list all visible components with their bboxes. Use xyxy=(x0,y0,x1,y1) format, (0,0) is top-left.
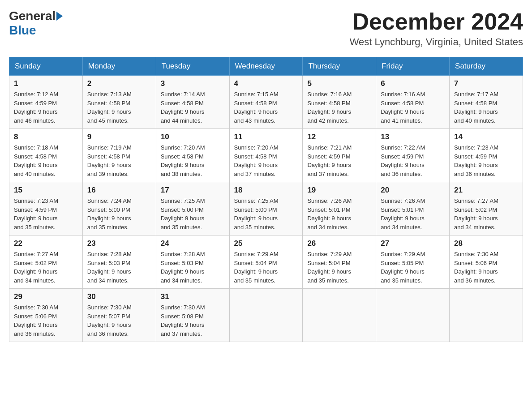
day-info: Sunrise: 7:12 AM Sunset: 4:59 PM Dayligh… xyxy=(14,90,78,125)
day-info: Sunrise: 7:27 AM Sunset: 5:02 PM Dayligh… xyxy=(14,250,78,285)
day-info: Sunrise: 7:28 AM Sunset: 5:03 PM Dayligh… xyxy=(87,250,151,285)
day-info: Sunrise: 7:19 AM Sunset: 4:58 PM Dayligh… xyxy=(87,143,151,178)
calendar-cell: 17 Sunrise: 7:25 AM Sunset: 5:00 PM Dayl… xyxy=(156,182,229,235)
calendar-cell: 26 Sunrise: 7:29 AM Sunset: 5:04 PM Dayl… xyxy=(303,235,376,289)
day-number: 2 xyxy=(87,79,151,88)
day-info: Sunrise: 7:16 AM Sunset: 4:58 PM Dayligh… xyxy=(307,90,371,125)
day-info: Sunrise: 7:16 AM Sunset: 4:58 PM Dayligh… xyxy=(381,90,445,125)
calendar-cell: 1 Sunrise: 7:12 AM Sunset: 4:59 PM Dayli… xyxy=(9,76,83,129)
calendar-cell: 28 Sunrise: 7:30 AM Sunset: 5:06 PM Dayl… xyxy=(450,235,523,289)
day-info: Sunrise: 7:21 AM Sunset: 4:59 PM Dayligh… xyxy=(307,143,371,178)
calendar-cell: 27 Sunrise: 7:29 AM Sunset: 5:05 PM Dayl… xyxy=(376,235,450,289)
day-number: 22 xyxy=(14,239,78,248)
calendar-cell: 13 Sunrise: 7:22 AM Sunset: 4:59 PM Dayl… xyxy=(376,129,450,182)
day-number: 9 xyxy=(87,133,151,141)
calendar-cell: 10 Sunrise: 7:20 AM Sunset: 4:58 PM Dayl… xyxy=(156,129,229,182)
day-number: 27 xyxy=(381,239,445,248)
day-number: 11 xyxy=(234,133,298,141)
calendar-cell: 30 Sunrise: 7:30 AM Sunset: 5:07 PM Dayl… xyxy=(82,289,156,342)
calendar-cell: 16 Sunrise: 7:24 AM Sunset: 5:00 PM Dayl… xyxy=(82,182,156,235)
day-info: Sunrise: 7:20 AM Sunset: 4:58 PM Dayligh… xyxy=(161,143,225,178)
day-info: Sunrise: 7:17 AM Sunset: 4:58 PM Dayligh… xyxy=(454,90,518,125)
weekday-header-wednesday: Wednesday xyxy=(229,57,303,76)
month-year-title: December 2024 xyxy=(350,9,523,34)
calendar-cell: 29 Sunrise: 7:30 AM Sunset: 5:06 PM Dayl… xyxy=(9,289,83,342)
day-number: 19 xyxy=(307,186,371,195)
calendar-week-row: 8 Sunrise: 7:18 AM Sunset: 4:58 PM Dayli… xyxy=(9,129,523,182)
day-number: 20 xyxy=(381,186,445,195)
calendar-week-row: 15 Sunrise: 7:23 AM Sunset: 4:59 PM Dayl… xyxy=(9,182,523,235)
day-number: 18 xyxy=(234,186,298,195)
weekday-header-row: SundayMondayTuesdayWednesdayThursdayFrid… xyxy=(9,57,523,76)
day-number: 31 xyxy=(161,292,225,301)
title-section: December 2024 West Lynchburg, Virginia, … xyxy=(350,9,523,48)
day-info: Sunrise: 7:25 AM Sunset: 5:00 PM Dayligh… xyxy=(161,197,225,231)
day-number: 4 xyxy=(234,79,298,88)
day-info: Sunrise: 7:30 AM Sunset: 5:06 PM Dayligh… xyxy=(454,250,518,285)
calendar-cell: 5 Sunrise: 7:16 AM Sunset: 4:58 PM Dayli… xyxy=(303,76,376,129)
calendar-week-row: 1 Sunrise: 7:12 AM Sunset: 4:59 PM Dayli… xyxy=(9,76,523,129)
weekday-header-sunday: Sunday xyxy=(9,57,83,76)
calendar-cell: 8 Sunrise: 7:18 AM Sunset: 4:58 PM Dayli… xyxy=(9,129,83,182)
day-info: Sunrise: 7:14 AM Sunset: 4:58 PM Dayligh… xyxy=(161,90,225,125)
day-info: Sunrise: 7:22 AM Sunset: 4:59 PM Dayligh… xyxy=(381,143,445,178)
calendar-cell: 7 Sunrise: 7:17 AM Sunset: 4:58 PM Dayli… xyxy=(450,76,523,129)
calendar-cell: 11 Sunrise: 7:20 AM Sunset: 4:58 PM Dayl… xyxy=(229,129,303,182)
day-number: 10 xyxy=(161,133,225,141)
day-number: 7 xyxy=(454,79,518,88)
day-info: Sunrise: 7:18 AM Sunset: 4:58 PM Dayligh… xyxy=(14,143,78,178)
day-info: Sunrise: 7:25 AM Sunset: 5:00 PM Dayligh… xyxy=(234,197,298,231)
day-number: 30 xyxy=(87,292,151,301)
calendar-cell: 4 Sunrise: 7:15 AM Sunset: 4:58 PM Dayli… xyxy=(229,76,303,129)
day-number: 14 xyxy=(454,133,518,141)
day-info: Sunrise: 7:28 AM Sunset: 5:03 PM Dayligh… xyxy=(161,250,225,285)
calendar-cell xyxy=(229,289,303,342)
calendar-cell: 19 Sunrise: 7:26 AM Sunset: 5:01 PM Dayl… xyxy=(303,182,376,235)
day-info: Sunrise: 7:27 AM Sunset: 5:02 PM Dayligh… xyxy=(454,197,518,231)
calendar-cell: 21 Sunrise: 7:27 AM Sunset: 5:02 PM Dayl… xyxy=(450,182,523,235)
calendar-cell: 25 Sunrise: 7:29 AM Sunset: 5:04 PM Dayl… xyxy=(229,235,303,289)
day-number: 17 xyxy=(161,186,225,195)
day-number: 25 xyxy=(234,239,298,248)
day-info: Sunrise: 7:30 AM Sunset: 5:07 PM Dayligh… xyxy=(87,303,151,338)
day-info: Sunrise: 7:23 AM Sunset: 4:59 PM Dayligh… xyxy=(454,143,518,178)
calendar-cell xyxy=(376,289,450,342)
calendar-cell: 20 Sunrise: 7:26 AM Sunset: 5:01 PM Dayl… xyxy=(376,182,450,235)
day-number: 29 xyxy=(14,292,78,301)
weekday-header-friday: Friday xyxy=(376,57,450,76)
day-number: 13 xyxy=(381,133,445,141)
page-header: General Blue December 2024 West Lynchbur… xyxy=(9,9,523,48)
calendar-cell: 14 Sunrise: 7:23 AM Sunset: 4:59 PM Dayl… xyxy=(450,129,523,182)
calendar-cell xyxy=(450,289,523,342)
day-number: 1 xyxy=(14,79,78,88)
logo-arrow-icon xyxy=(56,12,63,21)
day-info: Sunrise: 7:30 AM Sunset: 5:06 PM Dayligh… xyxy=(14,303,78,338)
day-number: 5 xyxy=(307,79,371,88)
logo-blue-text: Blue xyxy=(9,23,36,37)
day-number: 3 xyxy=(161,79,225,88)
calendar-cell: 9 Sunrise: 7:19 AM Sunset: 4:58 PM Dayli… xyxy=(82,129,156,182)
calendar-cell: 23 Sunrise: 7:28 AM Sunset: 5:03 PM Dayl… xyxy=(82,235,156,289)
calendar-cell: 6 Sunrise: 7:16 AM Sunset: 4:58 PM Dayli… xyxy=(376,76,450,129)
day-number: 16 xyxy=(87,186,151,195)
calendar-cell: 24 Sunrise: 7:28 AM Sunset: 5:03 PM Dayl… xyxy=(156,235,229,289)
calendar-week-row: 29 Sunrise: 7:30 AM Sunset: 5:06 PM Dayl… xyxy=(9,289,523,342)
day-info: Sunrise: 7:30 AM Sunset: 5:08 PM Dayligh… xyxy=(161,303,225,338)
day-info: Sunrise: 7:13 AM Sunset: 4:58 PM Dayligh… xyxy=(87,90,151,125)
weekday-header-thursday: Thursday xyxy=(303,57,376,76)
calendar-cell: 2 Sunrise: 7:13 AM Sunset: 4:58 PM Dayli… xyxy=(82,76,156,129)
day-info: Sunrise: 7:15 AM Sunset: 4:58 PM Dayligh… xyxy=(234,90,298,125)
weekday-header-tuesday: Tuesday xyxy=(156,57,229,76)
calendar-cell: 15 Sunrise: 7:23 AM Sunset: 4:59 PM Dayl… xyxy=(9,182,83,235)
logo-general-text: General xyxy=(9,9,56,23)
day-info: Sunrise: 7:26 AM Sunset: 5:01 PM Dayligh… xyxy=(307,197,371,231)
day-number: 8 xyxy=(14,133,78,141)
calendar-cell xyxy=(303,289,376,342)
calendar-cell: 12 Sunrise: 7:21 AM Sunset: 4:59 PM Dayl… xyxy=(303,129,376,182)
day-number: 24 xyxy=(161,239,225,248)
day-info: Sunrise: 7:24 AM Sunset: 5:00 PM Dayligh… xyxy=(87,197,151,231)
weekday-header-monday: Monday xyxy=(82,57,156,76)
calendar-table: SundayMondayTuesdayWednesdayThursdayFrid… xyxy=(9,57,523,342)
day-number: 28 xyxy=(454,239,518,248)
day-number: 12 xyxy=(307,133,371,141)
